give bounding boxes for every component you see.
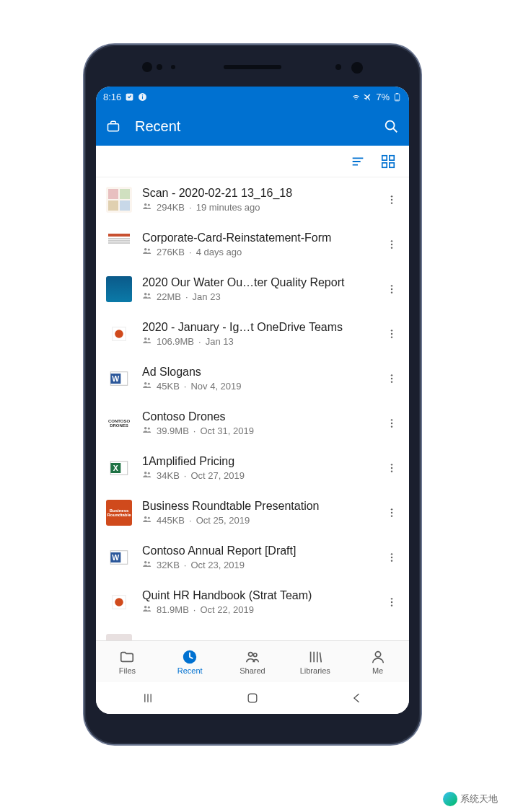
view-toolbar (96, 146, 409, 177)
file-item[interactable]: Quint HR Handbook (Strat Team) 81.9MB·Oc… (96, 580, 409, 625)
info-icon (138, 92, 147, 102)
svg-point-71 (391, 557, 392, 558)
svg-point-90 (375, 651, 380, 656)
file-more-button[interactable] (380, 412, 403, 435)
svg-point-28 (148, 293, 150, 295)
file-item[interactable]: W Contoso Annual Report [Draft] 32KB·Oct… (96, 535, 409, 580)
file-date: Oct 31, 2019 (200, 425, 253, 436)
file-name: Corporate-Card-Reinstatement-Form (142, 231, 380, 244)
file-item[interactable]: W Ad Slogans 45KB·Nov 4, 2019 (96, 356, 409, 401)
file-more-button[interactable] (380, 501, 403, 524)
globe-icon (443, 792, 457, 806)
phone-sensor (171, 65, 175, 69)
file-item[interactable]: Scan - 2020-02-21 13_16_18 294KB·19 minu… (96, 177, 409, 222)
briefcase-icon[interactable] (106, 119, 120, 133)
svg-point-84 (248, 652, 252, 656)
nav-files-label: Files (119, 666, 136, 675)
file-size: 39.9MB (157, 425, 189, 436)
file-more-button[interactable] (380, 546, 403, 569)
svg-rect-16 (390, 162, 394, 167)
grid-view-icon[interactable] (380, 154, 396, 169)
phone-sensor (142, 62, 152, 72)
svg-point-72 (391, 560, 392, 561)
file-size: 22MB (157, 291, 181, 302)
svg-point-21 (391, 202, 392, 203)
file-thumb (106, 187, 132, 213)
system-nav (96, 682, 409, 714)
svg-point-46 (391, 381, 392, 382)
wifi-icon (351, 92, 361, 102)
svg-point-23 (148, 248, 150, 250)
file-more-button[interactable] (380, 322, 403, 345)
file-name: 2020 Our Water Ou…ter Quality Report (142, 276, 380, 289)
nav-recent[interactable]: Recent (159, 641, 221, 682)
svg-point-57 (391, 464, 392, 465)
file-more-button[interactable] (380, 233, 403, 256)
people-icon (142, 469, 152, 482)
sort-icon[interactable] (350, 154, 366, 169)
file-more-button[interactable] (380, 367, 403, 390)
nav-shared[interactable]: Shared (221, 641, 284, 682)
file-more-button[interactable] (380, 591, 403, 614)
svg-point-38 (391, 336, 392, 337)
file-size: 276KB (157, 247, 185, 257)
file-item[interactable]: CONTOSODRONES Contoso Drones 39.9MB·Oct … (96, 401, 409, 446)
svg-point-74 (115, 598, 123, 606)
svg-point-8 (386, 121, 395, 130)
phone-sensor (157, 64, 162, 70)
svg-point-75 (144, 605, 147, 608)
file-thumb (106, 321, 132, 347)
airplane-icon (364, 92, 373, 102)
battery-percent: 7% (376, 92, 390, 102)
nav-files[interactable]: Files (96, 641, 159, 682)
svg-rect-15 (382, 162, 387, 167)
file-name: Ad Slogans (142, 366, 380, 379)
svg-point-45 (391, 378, 392, 379)
file-item[interactable]: X 1Amplified Pricing 34KB·Oct 27, 2019 (96, 446, 409, 490)
file-list[interactable]: Scan - 2020-02-21 13_16_18 294KB·19 minu… (96, 177, 409, 669)
nav-libraries[interactable]: Libraries (284, 641, 346, 682)
file-more-button[interactable] (380, 188, 403, 211)
file-size: 106.9MB (157, 336, 194, 347)
svg-point-44 (391, 374, 392, 376)
file-item[interactable]: 2020 - January - Ig…t OneDrive Teams 106… (96, 312, 409, 356)
svg-point-47 (144, 426, 147, 429)
svg-point-64 (391, 515, 392, 516)
people-icon (142, 559, 152, 571)
file-item[interactable]: 2020 Our Water Ou…ter Quality Report 22M… (96, 267, 409, 312)
nav-me[interactable]: Me (346, 641, 409, 682)
file-item[interactable]: Corporate-Card-Reinstatement-Form 276KB·… (96, 222, 409, 267)
people-icon (142, 335, 152, 348)
file-date: Oct 22, 2019 (200, 604, 253, 615)
people-icon (142, 380, 152, 392)
phone-speaker (224, 65, 281, 69)
nav-recent-label: Recent (177, 666, 203, 675)
file-date: 19 minutes ago (196, 202, 260, 213)
file-more-button[interactable] (380, 456, 403, 480)
sys-back-button[interactable] (335, 691, 379, 705)
file-more-button[interactable] (380, 278, 403, 301)
svg-rect-14 (390, 155, 394, 159)
sys-home-button[interactable] (231, 691, 274, 705)
file-date: Oct 23, 2019 (190, 560, 244, 570)
sys-recents-button[interactable] (126, 691, 170, 705)
file-name: Contoso Annual Report [Draft] (142, 544, 380, 557)
file-thumb: BusinessRoundtable (106, 500, 132, 526)
phone-frame: 8:16 7% Recent (84, 45, 421, 744)
app-bar: Recent (96, 107, 409, 146)
file-size: 81.9MB (157, 604, 189, 615)
svg-rect-7 (108, 124, 119, 131)
search-icon[interactable] (383, 118, 399, 134)
nav-shared-label: Shared (240, 666, 265, 675)
file-item[interactable]: BusinessRoundtable Business Roundtable P… (96, 490, 409, 535)
nav-libraries-label: Libraries (300, 666, 330, 675)
file-date: Oct 25, 2019 (196, 515, 250, 526)
svg-point-58 (391, 467, 392, 469)
svg-point-51 (391, 425, 392, 427)
status-time: 8:16 (103, 92, 121, 102)
svg-rect-94 (248, 694, 257, 702)
svg-point-76 (148, 606, 150, 608)
bottom-nav: Files Recent Shared Libraries Me (96, 640, 409, 682)
svg-point-25 (391, 244, 392, 245)
file-size: 445KB (157, 515, 185, 526)
